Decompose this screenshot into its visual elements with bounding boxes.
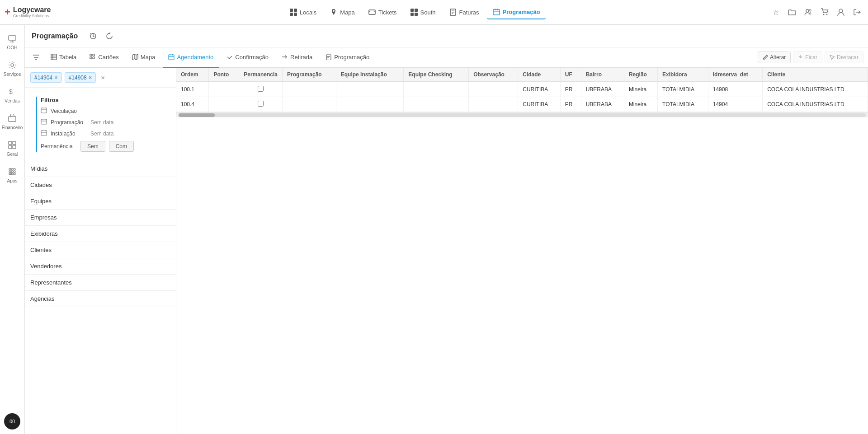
tag-14904-close[interactable]: × xyxy=(54,74,58,81)
cell-cidade: CURITIBA xyxy=(518,82,561,97)
history-button[interactable] xyxy=(87,30,99,42)
veiculacao-label: Veiculação xyxy=(51,108,87,114)
nav-item-locais[interactable]: Locais xyxy=(284,5,322,19)
tab-agendamento[interactable]: Agendamento xyxy=(163,47,219,68)
sidebar-item-apps[interactable]: Apps xyxy=(1,163,24,187)
cell-equipe-instalacao xyxy=(336,97,404,112)
cell-permanencia[interactable] xyxy=(239,97,283,112)
cell-idreserva-det: 14908 xyxy=(708,82,762,97)
filter-button[interactable] xyxy=(29,51,43,64)
ficar-button[interactable]: Ficar xyxy=(793,51,822,63)
filter-panel: #14904 × #14908 × × Filtros xyxy=(25,68,176,434)
svg-text:$: $ xyxy=(9,88,13,95)
tag-14908-close[interactable]: × xyxy=(89,74,92,81)
exit-icon[interactable] xyxy=(851,6,863,19)
page-header: Programação xyxy=(25,25,868,47)
col-header-permanencia: Permanencia xyxy=(239,68,283,82)
permanencia-sem-button[interactable]: Sem xyxy=(80,141,105,152)
user-icon[interactable] xyxy=(835,6,847,19)
filter-right-actions: Alterar Ficar Destacar xyxy=(758,51,863,63)
nav-label-programacao: Programação xyxy=(503,9,540,15)
col-header-cliente: Cliente xyxy=(763,68,868,82)
alterar-label: Alterar xyxy=(770,54,786,61)
filter-category-equipes[interactable]: Equipes xyxy=(25,193,176,210)
nav-label-locais: Locais xyxy=(300,9,317,16)
svg-rect-2 xyxy=(290,13,293,16)
tab-retirada[interactable]: Retirada xyxy=(276,47,318,68)
tab-confirmacao[interactable]: Confirmação xyxy=(221,47,274,68)
tab-programacao[interactable]: Programação xyxy=(320,47,375,68)
svg-point-21 xyxy=(839,9,843,13)
col-header-programacao: Programação xyxy=(283,68,336,82)
tab-cartoes[interactable]: Cartões xyxy=(84,47,124,68)
table-row[interactable]: 100.4 CURITIBA PR UBERABA Mineira TOTALM… xyxy=(176,97,868,112)
svg-point-36 xyxy=(11,171,13,173)
svg-rect-6 xyxy=(415,9,418,12)
nav-item-tickets[interactable]: Tickets xyxy=(363,5,402,19)
filter-category-midias[interactable]: Mídias xyxy=(25,161,176,177)
svg-rect-48 xyxy=(90,57,92,59)
destacar-label: Destacar xyxy=(837,54,859,61)
tab-confirmacao-label: Confirmação xyxy=(235,54,269,61)
alterar-button[interactable]: Alterar xyxy=(758,51,791,63)
cart-icon[interactable] xyxy=(818,6,831,19)
filter-category-exibidoras[interactable]: Exibidoras xyxy=(25,226,176,242)
tag-14904[interactable]: #14904 × xyxy=(30,72,62,83)
nav-item-faturas[interactable]: Faturas xyxy=(443,5,485,19)
sidebar-item-servicos[interactable]: Serviços xyxy=(1,56,24,80)
filter-category-empresas[interactable]: Empresas xyxy=(25,210,176,226)
clear-tags-button[interactable]: × xyxy=(101,74,105,81)
destacar-button[interactable]: Destacar xyxy=(825,51,863,63)
svg-rect-58 xyxy=(326,55,331,60)
cell-equipe-instalacao xyxy=(336,82,404,97)
programacao-filter-label: Programação xyxy=(51,119,87,126)
filter-category-clientes[interactable]: Clientes xyxy=(25,242,176,258)
refresh-button[interactable] xyxy=(103,30,116,42)
cell-exibidora: TOTALMIDIA xyxy=(658,82,708,97)
sidebar-item-geral[interactable]: Geral xyxy=(1,136,24,160)
col-header-regiao: Região xyxy=(624,68,657,82)
tag-14908[interactable]: #14908 × xyxy=(65,72,96,83)
table-row[interactable]: 100.1 CURITIBA PR UBERABA Mineira TOTALM… xyxy=(176,82,868,97)
cell-ordem: 100.1 xyxy=(176,82,209,97)
top-nav: + Logycware Credibility Solutions Locais… xyxy=(0,0,868,25)
cell-permanencia[interactable] xyxy=(239,82,283,97)
sidebar-item-vendas[interactable]: $ Vendas xyxy=(1,83,24,107)
svg-rect-29 xyxy=(13,141,16,145)
tab-tabela[interactable]: Tabela xyxy=(45,47,82,68)
filter-category-agencias[interactable]: Agências xyxy=(25,291,176,307)
svg-point-18 xyxy=(809,9,811,11)
filter-category-representantes[interactable]: Representantes xyxy=(25,275,176,291)
sidebar-item-ooh[interactable]: OOH xyxy=(1,29,24,54)
filter-row-veiculacao: Veiculação xyxy=(41,107,165,115)
svg-marker-50 xyxy=(132,54,138,60)
col-header-uf: UF xyxy=(560,68,581,82)
nav-item-programacao[interactable]: Programação xyxy=(487,5,546,19)
cell-equipe-checking xyxy=(404,82,469,97)
svg-rect-31 xyxy=(13,145,16,149)
filter-category-cidades[interactable]: Cidades xyxy=(25,177,176,193)
cell-idreserva-det: 14904 xyxy=(708,97,762,112)
bottom-scrollbar[interactable] xyxy=(176,112,868,117)
col-header-equipe-instalacao: Equipe Instalação xyxy=(336,68,404,82)
svg-rect-42 xyxy=(51,54,57,60)
sidebar-logo-bottom[interactable]: 00 xyxy=(4,413,20,429)
user-group-icon[interactable] xyxy=(802,6,815,19)
ficar-label: Ficar xyxy=(805,54,817,61)
filter-bar: Tabela Cartões Mapa Agendamento Confirma… xyxy=(25,47,868,68)
nav-item-south[interactable]: South xyxy=(405,5,441,19)
folder-icon[interactable] xyxy=(786,6,798,19)
cell-cidade: CURITIBA xyxy=(518,97,561,112)
star-icon[interactable]: ☆ xyxy=(769,6,782,19)
svg-rect-46 xyxy=(90,54,92,56)
svg-rect-3 xyxy=(294,13,297,16)
svg-rect-7 xyxy=(410,13,414,16)
permanencia-com-button[interactable]: Com xyxy=(109,141,134,152)
filter-category-vendedores[interactable]: Vendedores xyxy=(25,258,176,275)
nav-item-mapa[interactable]: Mapa xyxy=(324,5,360,19)
svg-rect-47 xyxy=(93,54,94,56)
tab-mapa[interactable]: Mapa xyxy=(127,47,161,68)
col-header-cidade: Cidade xyxy=(518,68,561,82)
programacao-filter-value: Sem data xyxy=(90,119,113,126)
sidebar-item-financeiro[interactable]: Financeiro xyxy=(1,109,24,134)
